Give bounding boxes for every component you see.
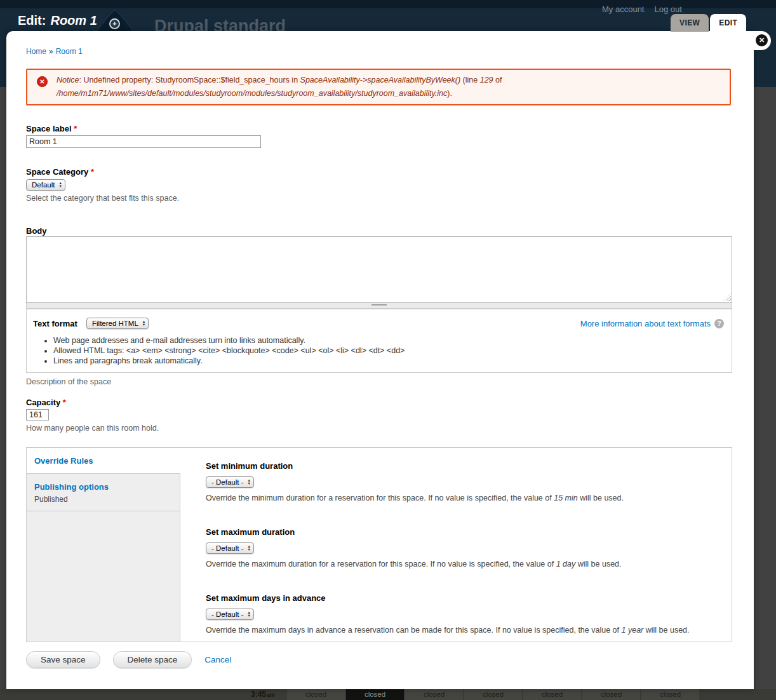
space-category-label: Space Category * [26, 167, 94, 177]
max-days-advance-select[interactable]: - Default - ▲▼ [206, 609, 254, 620]
form-actions: Save space Delete space Cancel [26, 651, 231, 668]
text-format-box: Text format Filtered HTML ▲▼ More inform… [26, 309, 732, 373]
vtab-label[interactable]: Publishing options [34, 482, 109, 492]
filter-tips-list: Web page addresses and e-mail addresses … [46, 335, 405, 366]
space-category-description: Select the category that best fits this … [26, 194, 179, 203]
min-duration-value: - Default - [211, 478, 244, 486]
capacity-input[interactable] [26, 409, 49, 421]
select-arrows-icon: ▲▼ [248, 545, 251, 551]
min-duration-label: Set minimum duration [206, 461, 716, 471]
breadcrumb-home-link[interactable]: Home [26, 47, 46, 56]
capacity-description: How many people can this room hold. [26, 424, 159, 433]
select-arrows-icon: ▲▼ [248, 611, 251, 617]
availability-cell: closed [582, 689, 640, 700]
required-marker: * [74, 124, 77, 133]
overlay-modal: Home»Room 1 ✕ Notice: Undefined property… [6, 31, 754, 689]
close-icon[interactable]: ✕ [754, 33, 769, 48]
min-duration-description: Override the minimum duration for a rese… [206, 494, 716, 502]
cancel-link[interactable]: Cancel [204, 655, 231, 664]
error-text: of [493, 76, 502, 84]
my-account-link[interactable]: My account [602, 4, 644, 14]
max-days-advance-value: - Default - [211, 610, 244, 618]
filter-tip: Web page addresses and e-mail addresses … [53, 335, 405, 346]
delete-space-button[interactable]: Delete space [113, 651, 192, 668]
page-title-prefix: Edit: [18, 13, 46, 27]
grippie-icon [371, 304, 387, 307]
breadcrumb: Home»Room 1 [26, 47, 83, 56]
error-notice-word: Notice [57, 76, 79, 84]
availability-cell-highlighted: closed [346, 689, 404, 700]
textarea-grippie[interactable] [26, 303, 732, 309]
min-duration-section: Set minimum duration - Default - ▲▼ Over… [206, 461, 716, 502]
vertical-tabs-menu: Override Rules Publishing options Publis… [27, 448, 180, 642]
error-text: ). [447, 89, 452, 98]
vertical-tabs: Override Rules Publishing options Publis… [26, 447, 732, 642]
account-links: My account Log out [602, 4, 682, 14]
error-text: (line [460, 76, 480, 84]
text-format-value: Filtered HTML [92, 320, 138, 327]
error-text: : Undefined property: StudyroomSpace::$f… [79, 76, 300, 84]
filter-tip: Allowed HTML tags: <a> <em> <strong> <ci… [53, 346, 405, 356]
breadcrumb-separator: » [49, 47, 53, 56]
max-duration-select[interactable]: - Default - ▲▼ [206, 542, 254, 554]
vtab-publishing-options[interactable]: Publishing options Published [27, 474, 180, 511]
add-shortcut-icon[interactable]: + [109, 18, 120, 29]
view-edit-tabs: VIEW EDIT [671, 14, 746, 32]
select-arrows-icon: ▲▼ [58, 182, 62, 187]
space-label-input[interactable] [26, 135, 261, 148]
error-file-path: /home/m1m71/www/sites/default/modules/st… [57, 89, 447, 98]
tab-view[interactable]: VIEW [671, 14, 709, 32]
max-duration-section: Set maximum duration - Default - ▲▼ Over… [206, 527, 716, 569]
availability-cell: closed [287, 689, 345, 700]
max-days-advance-label: Set maximum days in advance [206, 593, 716, 603]
error-line-number: 129 [480, 76, 493, 84]
availability-cell: closed [405, 689, 463, 700]
text-format-select[interactable]: Filtered HTML ▲▼ [86, 318, 149, 329]
background-availability-row: 3:45am closed closed closed closed close… [0, 689, 776, 700]
max-days-advance-description: Override the maximum days in advance a r… [206, 626, 716, 635]
availability-cell: closed [464, 689, 522, 700]
min-duration-select[interactable]: - Default - ▲▼ [206, 476, 254, 488]
filter-tip: Lines and paragraphs break automatically… [53, 356, 405, 366]
vtab-summary: Published [34, 495, 175, 504]
tab-edit[interactable]: EDIT [710, 14, 746, 32]
max-duration-description: Override the maximum duration for a rese… [206, 560, 716, 569]
help-icon[interactable]: ? [714, 319, 724, 328]
page-title: Edit:Room 1 [18, 13, 97, 28]
capacity-label: Capacity * [26, 398, 66, 407]
error-message: ✕ Notice: Undefined property: StudyroomS… [26, 69, 731, 105]
error-function: SpaceAvailability->spaceAvailabilityByWe… [300, 76, 461, 84]
text-format-more-link[interactable]: More information about text formats [580, 319, 711, 328]
time-label: 3:45am [251, 689, 275, 700]
required-marker: * [63, 398, 66, 407]
save-space-button[interactable]: Save space [26, 651, 100, 668]
max-duration-value: - Default - [211, 544, 244, 552]
meridiem-label: am [267, 692, 275, 698]
body-textarea[interactable] [26, 236, 732, 303]
space-label-label: Space label * [26, 124, 77, 133]
vtab-override-rules[interactable]: Override Rules [27, 448, 180, 474]
breadcrumb-current-link[interactable]: Room 1 [56, 47, 83, 56]
max-duration-label: Set maximum duration [206, 527, 716, 537]
space-category-value: Default [32, 181, 55, 189]
log-out-link[interactable]: Log out [654, 4, 681, 14]
vtab-label[interactable]: Override Rules [34, 456, 93, 466]
text-format-label: Text format [33, 319, 77, 328]
body-description: Description of the space [26, 377, 111, 386]
vertical-tabs-pane: Set minimum duration - Default - ▲▼ Over… [180, 448, 732, 642]
select-arrows-icon: ▲▼ [248, 479, 251, 485]
availability-cell: closed [523, 689, 581, 700]
body-label: Body [26, 226, 47, 236]
page-title-name: Room 1 [50, 13, 97, 27]
availability-cell: closed [641, 689, 699, 700]
required-marker: * [91, 167, 94, 177]
select-arrows-icon: ▲▼ [142, 320, 145, 326]
max-days-advance-section: Set maximum days in advance - Default - … [206, 593, 716, 635]
body-textarea-wrap [26, 236, 732, 303]
error-icon: ✕ [37, 76, 48, 87]
space-category-select[interactable]: Default ▲▼ [26, 179, 65, 191]
